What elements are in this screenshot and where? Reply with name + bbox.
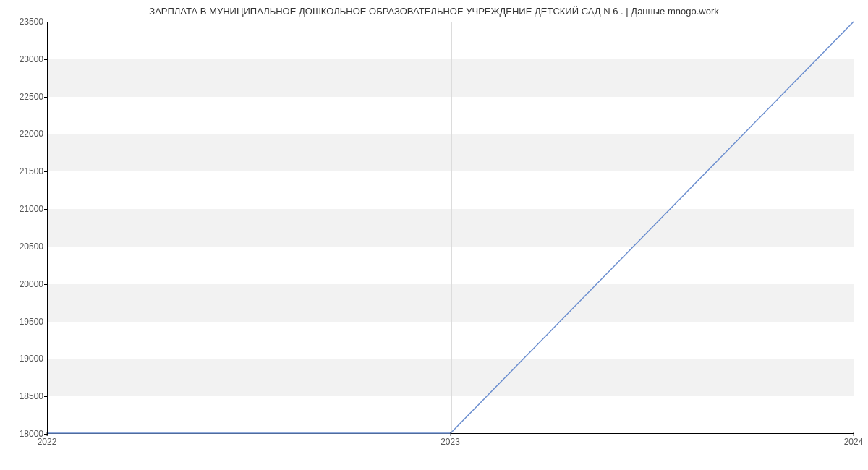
chart-container: ЗАРПЛАТА В МУНИЦИПАЛЬНОЕ ДОШКОЛЬНОЕ ОБРА… [0,0,868,470]
plot-area [47,22,854,434]
x-tick-label: 2024 [844,437,864,447]
y-tick-label: 23000 [7,54,43,64]
x-tick-label: 2023 [441,437,460,447]
y-tick-label: 22000 [7,129,43,139]
y-tick-label: 21000 [7,204,43,214]
x-tick-label: 2022 [38,437,57,447]
y-tick-label: 22500 [7,92,43,102]
series-line [48,22,854,433]
y-tick-label: 21500 [7,166,43,176]
line-series [48,22,854,433]
y-tick-label: 19500 [7,317,43,327]
y-tick-label: 18500 [7,391,43,401]
y-tick-label: 23500 [7,17,43,27]
y-tick-label: 19000 [7,354,43,364]
chart-title: ЗАРПЛАТА В МУНИЦИПАЛЬНОЕ ДОШКОЛЬНОЕ ОБРА… [0,6,868,17]
y-tick-label: 20500 [7,242,43,252]
y-tick-label: 20000 [7,279,43,289]
